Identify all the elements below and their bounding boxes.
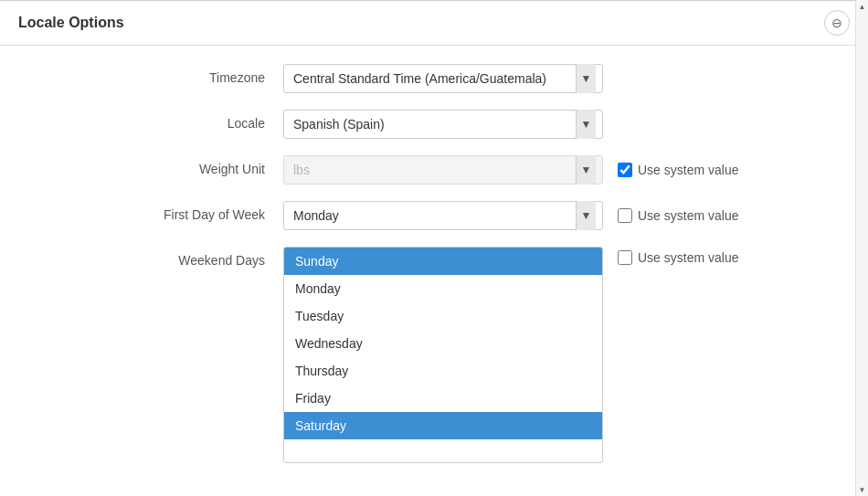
section-title: Locale Options (18, 15, 124, 31)
weight-unit-row: Weight Unit lbs ▼ Use system value (0, 155, 868, 185)
weight-unit-system-value-checkbox[interactable] (618, 163, 632, 177)
locale-label: Locale (18, 110, 283, 131)
list-item[interactable]: Sunday (284, 248, 602, 275)
weight-unit-select[interactable]: lbs (283, 155, 603, 185)
page-scrollbar[interactable]: ▲ ▼ (855, 0, 868, 496)
locale-control: Spanish (Spain) ▼ (283, 110, 603, 139)
scroll-down-arrow[interactable]: ▼ (856, 483, 869, 496)
list-item[interactable]: Friday (284, 385, 602, 412)
first-day-row: First Day of Week Monday Tuesday Wednesd… (0, 201, 868, 230)
scroll-up-arrow[interactable]: ▲ (856, 0, 869, 13)
timezone-control: Central Standard Time (America/Guatemala… (283, 64, 603, 93)
collapse-button[interactable]: ⊖ (824, 10, 850, 36)
first-day-label: First Day of Week (18, 201, 283, 222)
weight-unit-control: lbs ▼ Use system value (283, 155, 738, 185)
first-day-select[interactable]: Monday Tuesday Wednesday Thursday Friday… (283, 201, 603, 230)
list-item[interactable]: Thursday (284, 357, 602, 385)
form-body: Timezone Central Standard Time (America/… (0, 46, 868, 496)
weekend-days-system-value-wrap: Use system value (618, 250, 738, 265)
weight-unit-system-value-wrap: Use system value (618, 163, 738, 177)
weight-unit-system-value-label: Use system value (638, 163, 738, 177)
weekend-days-system-value-label: Use system value (638, 250, 738, 265)
timezone-row: Timezone Central Standard Time (America/… (0, 64, 868, 93)
list-item[interactable]: Saturday (284, 412, 602, 439)
timezone-label: Timezone (18, 64, 283, 85)
section-header: Locale Options ⊖ (0, 1, 868, 46)
timezone-select-wrapper: Central Standard Time (America/Guatemala… (283, 64, 603, 93)
weekend-days-listbox-inner[interactable]: SundayMondayTuesdayWednesdayThursdayFrid… (284, 248, 602, 462)
first-day-control: Monday Tuesday Wednesday Thursday Friday… (283, 201, 738, 230)
first-day-system-value-wrap: Use system value (618, 208, 738, 223)
weekend-days-row: Weekend Days SundayMondayTuesdayWednesda… (0, 247, 868, 463)
weight-unit-label: Weight Unit (18, 155, 283, 176)
locale-select[interactable]: Spanish (Spain) (283, 110, 603, 139)
weekend-days-listbox: SundayMondayTuesdayWednesdayThursdayFrid… (283, 247, 603, 463)
locale-select-wrapper: Spanish (Spain) ▼ (283, 110, 603, 139)
list-item[interactable]: Monday (284, 275, 602, 302)
list-item[interactable]: Tuesday (284, 302, 602, 330)
weekend-days-control: SundayMondayTuesdayWednesdayThursdayFrid… (283, 247, 738, 463)
first-day-system-value-checkbox[interactable] (618, 208, 632, 223)
weekend-days-system-value-checkbox[interactable] (618, 250, 632, 265)
weight-unit-select-wrapper: lbs ▼ (283, 155, 603, 185)
locale-row: Locale Spanish (Spain) ▼ (0, 110, 868, 139)
list-item[interactable]: Wednesday (284, 330, 602, 357)
timezone-select[interactable]: Central Standard Time (America/Guatemala… (283, 64, 603, 93)
first-day-select-wrapper: Monday Tuesday Wednesday Thursday Friday… (283, 201, 603, 230)
weekend-days-label: Weekend Days (18, 247, 283, 268)
first-day-system-value-label: Use system value (638, 208, 738, 223)
